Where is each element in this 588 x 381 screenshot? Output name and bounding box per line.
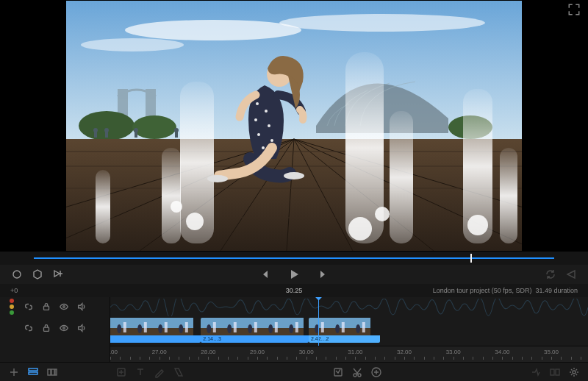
svg-rect-121 [556,369,559,375]
clip[interactable]: 2.14…3 [201,318,309,343]
svg-point-53 [13,271,21,278]
svg-point-96 [290,324,294,333]
svg-rect-73 [165,322,168,332]
ruler-label: 32.00 [397,349,412,355]
svg-point-57 [63,327,65,330]
svg-point-43 [270,139,273,142]
track-header-panel [0,297,110,362]
svg-point-48 [186,213,204,230]
timeline-view-button[interactable] [26,366,40,379]
video-track[interactable]: 2.14…3 2.42…2 [110,318,588,343]
tag-red-icon [10,299,14,303]
playbar-head[interactable] [470,254,472,263]
settings-button[interactable] [567,366,581,379]
record-button[interactable] [10,268,24,281]
magnet-button[interactable] [548,366,562,379]
playbar[interactable] [0,252,588,265]
ruler-label: 28.00 [201,349,215,355]
svg-point-7 [132,115,176,139]
svg-rect-66 [132,318,152,328]
ruler-label: 35.00 [544,349,559,355]
svg-point-39 [265,110,268,113]
svg-rect-70 [152,318,173,328]
svg-point-49 [348,217,372,241]
add-tool[interactable] [370,366,383,379]
storyboard-view-button[interactable] [46,366,59,379]
add-track-button[interactable] [7,366,21,379]
svg-point-122 [573,371,576,374]
svg-rect-37 [96,170,110,243]
svg-point-80 [207,324,212,333]
lock-icon[interactable] [41,323,51,333]
ruler-label: 31.00 [348,349,362,355]
tag-green-icon [10,310,14,315]
add-marker-button[interactable] [51,268,65,281]
clip-label: 2.42…2 [309,335,380,343]
ruler-label: 34.00 [495,349,509,355]
link-icon[interactable] [24,302,34,312]
clip[interactable] [110,318,201,343]
audio-icon[interactable] [76,323,87,333]
play-button[interactable] [287,268,301,281]
cut-tool[interactable] [351,366,364,379]
loop-button[interactable] [544,268,557,281]
current-time: 30.25 [286,287,303,294]
timeline: 2.14…3 2.42…2 26.0027.0028.0029.0030.003… [0,297,588,362]
ruler-label: 27.00 [152,349,167,355]
svg-point-45 [207,175,228,182]
svg-point-46 [284,172,304,179]
visibility-icon[interactable] [59,302,69,312]
time-ruler[interactable]: 26.0027.0028.0029.0030.0031.0032.0033.00… [110,346,588,362]
svg-rect-77 [185,322,188,332]
fullscreen-button[interactable] [567,3,581,16]
svg-rect-17 [66,139,522,251]
svg-rect-89 [254,322,257,332]
add-clip-button[interactable] [115,366,128,379]
svg-point-1 [125,20,301,40]
svg-point-76 [179,324,184,333]
svg-point-72 [159,324,163,333]
timeline-body[interactable]: 2.14…3 2.42…2 26.0027.0028.0029.0030.003… [110,297,588,362]
playbar-track[interactable] [34,257,554,259]
svg-rect-120 [551,369,554,375]
svg-rect-62 [111,318,132,328]
svg-rect-114 [55,369,57,375]
text-button[interactable] [134,366,147,379]
svg-point-104 [335,324,340,333]
svg-point-92 [269,324,273,333]
draw-button[interactable] [153,366,166,379]
track-header-audio [0,297,110,316]
svg-rect-34 [390,111,413,243]
svg-point-88 [248,324,253,333]
link-icon[interactable] [24,323,34,333]
svg-rect-81 [213,322,216,332]
svg-rect-69 [144,322,147,332]
svg-rect-12 [105,132,108,138]
lock-icon[interactable] [41,302,51,312]
svg-rect-54 [44,306,49,310]
ruler-label: 30.00 [299,349,314,355]
svg-rect-102 [329,318,350,328]
project-meta: London tour project (50 fps, SDR) 31.49 … [433,287,578,294]
project-info-row: +0 30.25 London tour project (50 fps, SD… [0,284,588,297]
prev-frame-button[interactable] [258,268,271,281]
next-frame-button[interactable] [317,268,330,281]
audio-track [110,299,588,316]
share-button[interactable] [564,268,578,281]
svg-point-100 [315,324,319,333]
preview-frame [66,1,522,251]
svg-point-68 [138,324,143,333]
snap-button[interactable] [529,366,542,379]
svg-rect-112 [48,369,51,375]
transport-bar [0,265,588,284]
audio-icon[interactable] [76,302,87,312]
svg-rect-98 [309,318,329,328]
marker-button[interactable] [31,268,44,281]
select-tool[interactable] [331,366,345,379]
visibility-icon[interactable] [59,323,69,333]
ruler-label: 29.00 [250,349,265,355]
clip[interactable]: 2.42…2 [309,318,380,343]
transition-button[interactable] [172,366,185,379]
clip-label [110,335,201,343]
svg-point-108 [356,324,360,333]
